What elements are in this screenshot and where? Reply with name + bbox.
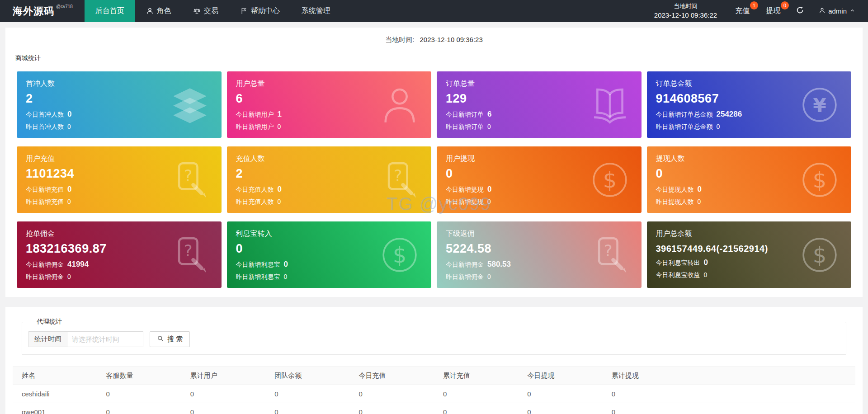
- svg-text:$: $: [813, 167, 826, 192]
- card-line-label: 今日新增佣金: [26, 261, 64, 269]
- card-line-label: 昨日新增提现: [446, 198, 484, 206]
- stat-card-10: 利息宝转入0今日新增利息宝0昨日新增利息宝0$: [227, 221, 432, 288]
- svg-text:$: $: [393, 242, 406, 267]
- edit-doc-icon: ?: [589, 234, 631, 276]
- app-logo-text: 海外源码: [13, 5, 54, 18]
- menu-item-help[interactable]: 帮助中心: [229, 0, 291, 22]
- layers-icon: [169, 84, 211, 126]
- agent-filter-fieldset: 代理统计 统计时间 搜 索: [22, 318, 846, 355]
- svg-text:?: ?: [394, 166, 402, 184]
- table-cell: 0: [265, 403, 349, 414]
- refresh-button[interactable]: [788, 6, 811, 16]
- svg-text:?: ?: [604, 241, 613, 259]
- stat-card-3: 订单总量129今日新增订单6昨日新增订单0: [437, 71, 642, 138]
- table-cell: 0: [265, 385, 349, 403]
- card-line-value: 1: [278, 110, 282, 119]
- card-line-value: 0: [284, 273, 288, 280]
- column-header: 累计提现: [603, 367, 855, 385]
- stat-card-6: 充值人数2今日充值人数0昨日充值人数0?: [227, 146, 432, 213]
- table-cell: 0: [181, 403, 265, 414]
- table-cell: 0: [603, 385, 855, 403]
- card-line-value: 580.53: [487, 260, 511, 269]
- table-cell: 0: [181, 385, 265, 403]
- stats-section-title: 商城统计: [15, 54, 863, 62]
- dollar-circle-icon: $: [799, 234, 840, 276]
- svg-text:$: $: [603, 167, 616, 192]
- edit-doc-icon: ?: [169, 159, 211, 201]
- user-icon: [819, 7, 826, 15]
- card-line-label: 今日新增佣金: [446, 261, 484, 269]
- card-line-value: 0: [67, 273, 71, 280]
- column-header: 今日充值: [350, 367, 434, 385]
- navbar-local-time: 当地时间 2023-12-10 09:36:22: [644, 2, 727, 20]
- menu-item-label: 系统管理: [302, 6, 330, 16]
- menu-item-label: 帮助中心: [251, 6, 280, 16]
- refresh-icon: [796, 6, 804, 16]
- column-header: 累计充值: [434, 367, 518, 385]
- user-big-icon: [379, 84, 420, 126]
- card-line-label: 今日新增用户: [236, 111, 274, 119]
- table-row: qwe0010000000: [13, 403, 855, 414]
- table-cell: ceshidaili: [13, 385, 97, 403]
- card-line-value: 254286: [717, 110, 742, 119]
- card-line-label: 昨日充值人数: [236, 198, 274, 206]
- menu-item-system[interactable]: 系统管理: [291, 0, 341, 22]
- menu-item-trade[interactable]: 交易: [182, 0, 229, 22]
- user-icon: [146, 7, 154, 15]
- card-line-value: 41994: [67, 260, 89, 269]
- filter-label: 统计时间: [28, 331, 67, 347]
- menu-item-roles[interactable]: 角色: [135, 0, 182, 22]
- card-line-value: 0: [717, 123, 720, 130]
- menu-item-home[interactable]: 后台首页: [85, 0, 135, 22]
- app-logo[interactable]: 海外源码 @cv718: [0, 0, 85, 22]
- card-line-value: 0: [698, 198, 701, 205]
- agent-table: 姓名客服数量累计用户团队余额今日充值累计充值今日提现累计提现 ceshidail…: [13, 367, 855, 414]
- svg-text:?: ?: [184, 166, 193, 184]
- card-line-value: 0: [284, 260, 288, 269]
- card-line-label: 昨日提现人数: [656, 198, 694, 206]
- table-cell: 0: [434, 385, 518, 403]
- card-line-value: 0: [487, 198, 491, 205]
- date-filter-group: 统计时间: [28, 331, 143, 347]
- stat-card-11: 下级返佣5224.58今日新增佣金580.53昨日新增佣金0?: [437, 221, 642, 288]
- stats-grid: 首冲人数2今日首冲人数0昨日首冲人数0用户总量6今日新增用户1昨日新增用户0订单…: [17, 71, 851, 288]
- withdraw-button[interactable]: 提现 0: [758, 0, 788, 22]
- withdraw-badge: 0: [781, 1, 789, 9]
- menu-item-label: 交易: [204, 6, 218, 16]
- app-logo-suffix: @cv718: [56, 4, 73, 9]
- stat-card-2: 用户总量6今日新增用户1昨日新增用户0: [227, 71, 432, 138]
- withdraw-button-label: 提现: [766, 6, 780, 16]
- column-header: 团队余额: [265, 367, 349, 385]
- card-line-label: 昨日新增充值: [26, 198, 64, 206]
- card-line-value: 0: [704, 258, 708, 267]
- recharge-button[interactable]: 充值 1: [727, 0, 758, 22]
- card-line-label: 昨日新增订单: [446, 123, 484, 131]
- card-line-value: 0: [278, 185, 282, 194]
- yen-circle-icon: ¥: [799, 84, 840, 126]
- search-button-label: 搜 索: [167, 335, 183, 343]
- table-header-row: 姓名客服数量累计用户团队余额今日充值累计充值今日提现累计提现: [13, 367, 855, 385]
- card-line-label: 今日新增利息宝: [236, 261, 280, 269]
- card-line-label: 今日首冲人数: [26, 111, 64, 119]
- user-menu[interactable]: admin: [811, 7, 868, 15]
- stats-panel: 当地时间: 2023-12-10 09:36:23 商城统计 首冲人数2今日首冲…: [5, 28, 863, 297]
- stat-card-12: 用户总余额396157449.64(-21562914)今日利息宝转出0今日利息…: [647, 221, 852, 288]
- card-line-value: 0: [278, 198, 281, 205]
- card-line-value: 0: [487, 123, 491, 130]
- card-line-label: 昨日新增利息宝: [236, 273, 280, 281]
- card-line-value: 0: [278, 123, 281, 130]
- search-button[interactable]: 搜 索: [150, 331, 190, 347]
- card-line-label: 昨日新增佣金: [446, 273, 484, 281]
- stat-card-8: 提现人数0今日提现人数0昨日提现人数0$: [647, 146, 852, 213]
- navbar-right: 当地时间 2023-12-10 09:36:22 充值 1 提现 0: [644, 0, 868, 22]
- card-line-value: 0: [67, 185, 71, 194]
- table-cell: 0: [518, 403, 602, 414]
- card-line-value: 0: [67, 198, 71, 205]
- card-line-value: 0: [704, 271, 708, 278]
- date-range-input[interactable]: [67, 331, 143, 347]
- column-header: 姓名: [13, 367, 97, 385]
- edit-doc-icon: ?: [379, 159, 420, 201]
- table-cell: 0: [603, 403, 855, 414]
- dollar-circle-icon: $: [589, 159, 631, 201]
- table-cell: 0: [518, 385, 602, 403]
